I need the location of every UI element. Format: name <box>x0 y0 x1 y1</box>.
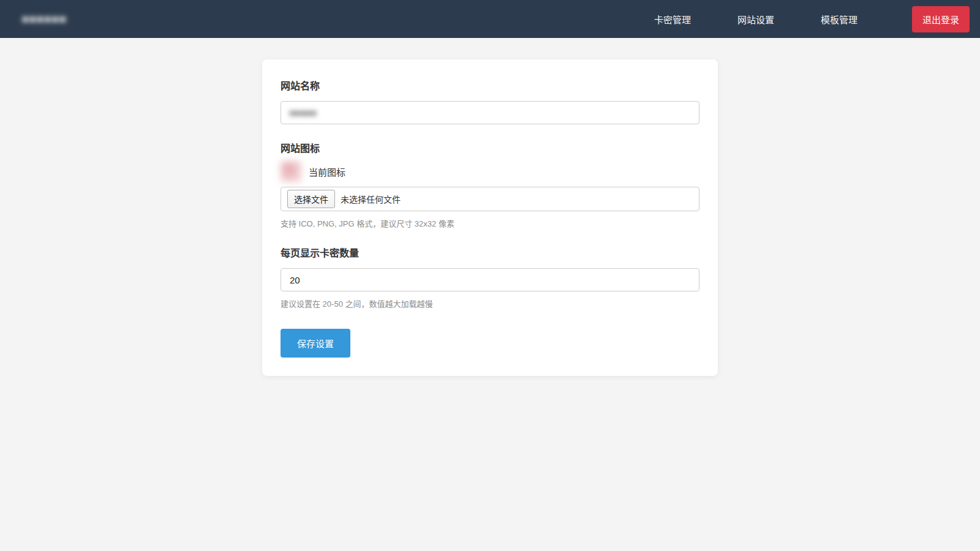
site-icon-hint: 支持 ICO, PNG, JPG 格式，建议尺寸 32x32 像素 <box>281 217 699 229</box>
logout-button[interactable]: 退出登录 <box>912 6 970 32</box>
site-icon-label: 网站图标 <box>281 140 699 155</box>
site-icon-group: 网站图标 当前图标 选择文件 未选择任何文件 支持 ICO, PNG, JPG … <box>281 140 699 229</box>
per-page-label: 每页显示卡密数量 <box>281 245 699 260</box>
save-settings-button[interactable]: 保存设置 <box>281 329 350 358</box>
site-name-group: 网站名称 ■■■■■ <box>281 78 699 124</box>
site-name-input[interactable]: ■■■■■ <box>281 101 699 124</box>
per-page-hint: 建议设置在 20-50 之间，数值越大加载越慢 <box>281 298 699 309</box>
file-status-text: 未选择任何文件 <box>341 193 401 205</box>
current-icon-caption: 当前图标 <box>309 165 345 178</box>
main-content: 网站名称 ■■■■■ 网站图标 当前图标 选择文件 未选择任何文件 支持 ICO… <box>0 38 980 376</box>
navbar-menu: 卡密管理 网站设置 模板管理 退出登录 <box>654 6 970 32</box>
current-icon-row: 当前图标 <box>281 161 699 182</box>
favicon-file-input[interactable]: 选择文件 未选择任何文件 <box>281 187 699 211</box>
nav-item-site-settings[interactable]: 网站设置 <box>737 13 774 26</box>
top-navbar: ■■■■■■ 卡密管理 网站设置 模板管理 退出登录 <box>0 0 980 38</box>
per-page-input[interactable] <box>281 268 699 291</box>
current-favicon-image <box>281 161 301 182</box>
nav-item-card-management[interactable]: 卡密管理 <box>654 13 691 26</box>
per-page-group: 每页显示卡密数量 建议设置在 20-50 之间，数值越大加载越慢 <box>281 245 699 309</box>
choose-file-button[interactable]: 选择文件 <box>287 190 335 208</box>
site-name-value-redacted: ■■■■■ <box>290 108 317 118</box>
site-name-label: 网站名称 <box>281 78 699 92</box>
site-logo[interactable]: ■■■■■■ <box>22 14 67 24</box>
nav-item-template-management[interactable]: 模板管理 <box>821 13 858 26</box>
settings-card: 网站名称 ■■■■■ 网站图标 当前图标 选择文件 未选择任何文件 支持 ICO… <box>262 59 718 376</box>
